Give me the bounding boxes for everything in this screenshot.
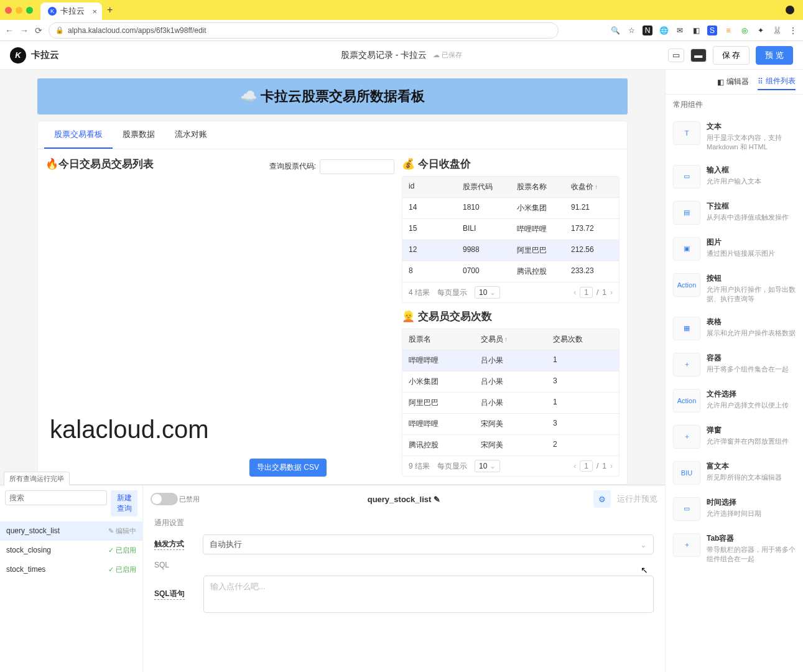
tt-per-page[interactable]: 10 ⌄ [475,460,500,472]
reload-button[interactable]: ⟳ [35,26,42,35]
rp-tab-components[interactable]: ⠿ 组件列表 [758,76,796,90]
address-bar: ← → ⟳ 🔒 alpha.kalacloud.com/apps/6f3k1w9… [0,20,803,41]
table-row[interactable]: 哔哩哔哩宋阿美3 [402,413,619,434]
watermark: kalacloud.com [50,416,209,444]
sql-textarea[interactable]: 输入点什么吧... [203,576,654,613]
cp-next-page[interactable]: › [610,288,613,297]
url-text: alpha.kalacloud.com/apps/6f3k1w98ff/edit [68,26,207,35]
forward-button[interactable]: → [20,26,29,35]
logo-text: 卡拉云 [31,49,59,61]
col-code[interactable]: 股票代码 [457,177,511,197]
maximize-window-button[interactable] [26,7,33,14]
component-item[interactable]: ▦表格展示和允许用户操作表格数据 [666,310,803,347]
col-id[interactable]: id [402,177,457,197]
component-item[interactable]: BIU富文本所见即所得的文本编辑器 [666,455,803,491]
new-query-button[interactable]: 新建查询 [111,490,137,516]
mobile-view-button[interactable]: ▬ [690,49,707,62]
cp-per-page[interactable]: 10 ⌄ [475,286,500,299]
back-button[interactable]: ← [5,26,14,35]
col-stock[interactable]: 股票名 [402,329,475,350]
cp-prev-page[interactable]: ‹ [573,288,576,297]
browser-tab[interactable]: K 卡拉云 × [40,2,102,20]
query-panel: 所有查询运行完毕 新建查询 query_stock_list✎ 编辑中stock… [0,485,665,672]
extension-indicator [786,6,794,14]
close-tab-icon[interactable]: × [92,7,97,16]
component-icon: ▭ [673,497,700,521]
component-icon: ▣ [673,237,700,261]
tt-page[interactable]: 1 [580,460,593,472]
col-name[interactable]: 股票名称 [511,177,565,197]
table-row[interactable]: 129988阿里巴巴212.56 [402,240,619,261]
save-button[interactable]: 保 存 [713,46,750,65]
tt-results: 9 结果 [409,461,430,472]
enable-toggle[interactable] [151,493,178,505]
component-item[interactable]: ▭输入框允许用户输入文本 [666,159,803,195]
tt-next-page[interactable]: › [610,462,613,470]
new-tab-button[interactable]: + [107,4,113,16]
url-input[interactable]: 🔒 alpha.kalacloud.com/apps/6f3k1w98ff/ed… [49,22,559,39]
component-item[interactable]: Action文件选择允许用户选择文件以便上传 [666,383,803,419]
tab-flow[interactable]: 流水对账 [165,121,217,149]
col-count[interactable]: 交易次数 [547,329,619,350]
close-window-button[interactable] [5,7,12,14]
settings-button[interactable]: ⚙ [593,490,611,508]
edit-icon[interactable]: ✎ [434,495,440,504]
component-item[interactable]: ＋弹窗允许弹窗并在内部放置组件 [666,419,803,455]
logo-icon: K [10,47,26,63]
preview-button[interactable]: 预 览 [756,46,793,65]
query-code-label: 查询股票代码: [269,161,316,172]
component-item[interactable]: T文本用于显示文本内容，支持 Markdown 和 HTML [666,115,803,159]
query-list-item[interactable]: stock_closing✓ 已启用 [0,541,142,560]
query-list-item[interactable]: query_stock_list✎ 编辑中 [0,521,142,541]
search-icon[interactable]: 🔍 [610,26,620,35]
component-icon: Action [673,389,700,413]
minimize-window-button[interactable] [16,7,22,14]
app-title: 股票交易记录 - 卡拉云 [341,50,427,61]
component-icon: ▤ [673,201,700,225]
query-search-input[interactable] [5,490,107,505]
lock-icon: 🔒 [55,26,64,34]
query-list-item[interactable]: stock_times✓ 已启用 [0,560,142,579]
desktop-view-button[interactable]: ▭ [668,49,684,62]
tab-trade-board[interactable]: 股票交易看板 [44,121,113,149]
table-row[interactable]: 80700腾讯控股233.23 [402,261,619,282]
component-item[interactable]: ＋容器用于将多个组件集合在一起 [666,347,803,383]
component-item[interactable]: ▤下拉框从列表中选择值或触发操作 [666,195,803,231]
query-code-input[interactable] [320,159,394,174]
table-row[interactable]: 15BILI哔哩哔哩173.72 [402,218,619,240]
table-row[interactable]: 141810小米集团91.21 [402,197,619,218]
disabled-label: 已禁用 [179,495,200,504]
run-status-tab[interactable]: 所有查询运行完毕 [4,472,70,485]
col-trader[interactable]: 交易员↑ [475,329,547,350]
closing-price-table: id 股票代码 股票名称 收盘价↑ 141810小米集团91.2115BILI哔… [402,176,620,303]
component-item[interactable]: ▭时间选择允许选择时间日期 [666,491,803,527]
saved-indicator: ☁ 已保存 [433,50,462,60]
col-price[interactable]: 收盘价↑ [565,177,619,197]
component-icon: Action [673,273,700,297]
trigger-select[interactable]: 自动执行 ⌄ [203,534,654,554]
trigger-label: 触发方式 [154,539,184,550]
component-item[interactable]: ▣图片通过图片链接展示图片 [666,231,803,267]
menu-icon[interactable]: ⋮ [788,26,798,35]
run-preview-button[interactable]: 运行并预览 [617,493,657,505]
export-csv-button[interactable]: 导出交易数据 CSV [249,459,327,477]
table-row[interactable]: 阿里巴巴吕小果1 [402,392,619,413]
rp-tab-editor[interactable]: ◧ 编辑器 [717,76,749,88]
cursor-icon: ↖ [641,565,648,575]
component-icon: ▭ [673,165,700,189]
component-item[interactable]: Action按钮允许用户执行操作，如导出数据、执行查询等 [666,267,803,310]
common-components-label: 常用组件 [666,95,803,115]
component-icon: ＋ [673,425,700,449]
app-header: K 卡拉云 股票交易记录 - 卡拉云 ☁ 已保存 ▭ ▬ 保 存 预 览 [0,41,803,70]
star-icon[interactable]: ☆ [626,26,636,35]
cp-page[interactable]: 1 [580,287,593,298]
extensions-icon[interactable]: ✦ [756,26,766,35]
table-row[interactable]: 腾讯控股宋阿美2 [402,434,619,455]
component-icon: ▦ [673,317,700,340]
tt-prev-page[interactable]: ‹ [573,462,576,470]
table-row[interactable]: 哔哩哔哩吕小果1 [402,350,619,371]
tab-stock-data[interactable]: 股票数据 [113,121,165,149]
sort-asc-icon: ↑ [504,336,508,343]
component-item[interactable]: ＋Tab容器带导航栏的容器，用于将多个组件组合在一起 [666,527,803,571]
table-row[interactable]: 小米集团吕小果3 [402,371,619,392]
